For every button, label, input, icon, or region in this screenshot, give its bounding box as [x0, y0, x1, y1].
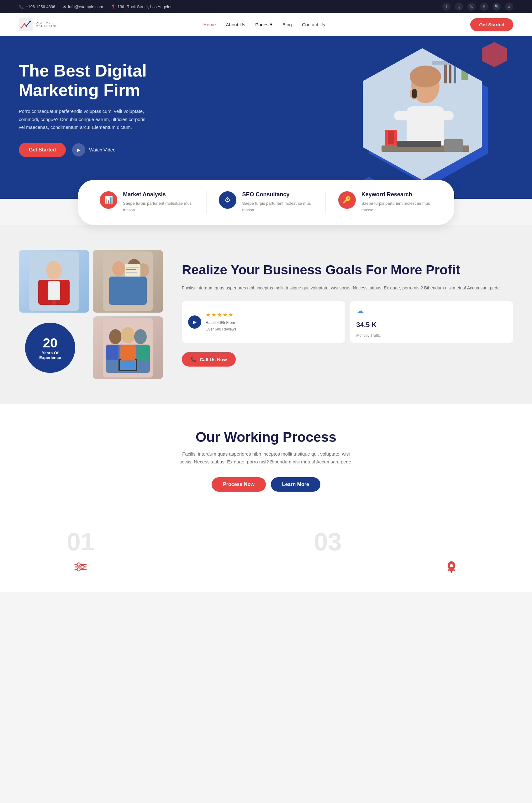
process-step-1: 01: [49, 529, 112, 579]
step-3-num: 03: [297, 529, 359, 554]
step-2-icon: [195, 557, 213, 576]
phone-icon: 📞: [19, 4, 24, 9]
keyword-desc: Saepe turpis parturient molestiae mus ma…: [361, 200, 432, 213]
top-bar: 📞 +196 1256 4896 ✉ info@example.com 📍 13…: [0, 0, 532, 13]
nav-links: Home About Us Pages ▾ Blog Contact Us: [204, 22, 325, 27]
learn-more-button[interactable]: Learn More: [271, 477, 320, 492]
nav-contact[interactable]: Contact Us: [302, 22, 325, 27]
facebook-icon[interactable]: f: [442, 2, 451, 11]
goals-image-2: [93, 250, 163, 312]
svg-rect-11: [449, 64, 452, 83]
hero-title: The Best Digital Marketing Firm: [19, 61, 182, 100]
call-now-button[interactable]: 📞 Call Us Now: [182, 352, 236, 366]
svg-point-4: [21, 27, 22, 28]
process-title: Our Working Process: [19, 429, 513, 445]
pinterest-icon[interactable]: P: [480, 2, 488, 11]
goals-title: Realize Your Business Goals For More Pro…: [182, 262, 513, 278]
hero-watch-video-button[interactable]: ▶ Watch Video: [72, 143, 115, 156]
group-office-svg: [103, 318, 153, 378]
market-analysis-desc: Saepe turpis parturient molestiae mus ma…: [123, 200, 194, 213]
hero-get-started-button[interactable]: Get Started: [19, 143, 66, 157]
service-item-market: 📊 Market Analysis Saepe turpis parturien…: [100, 191, 194, 213]
process-now-button[interactable]: Process Now: [212, 477, 266, 492]
svg-rect-0: [19, 18, 33, 31]
hex-accent-top: [482, 42, 507, 67]
reviews-label: Over 600 Reviews: [206, 326, 236, 333]
address-info: 📍 13th Rock Street, Los Angeles: [111, 4, 172, 9]
step-4-icon: [442, 557, 461, 576]
svg-point-6: [26, 25, 27, 27]
svg-point-46: [134, 329, 147, 344]
goals-images: 20 Years OfExperience: [19, 250, 163, 379]
goals-section: 20 Years OfExperience: [0, 225, 532, 404]
team-meeting-svg: [103, 251, 153, 311]
rated-label: Rated 4.9/5 From: [206, 320, 236, 326]
email-icon: ✉: [63, 4, 66, 9]
dropdown-arrow: ▾: [270, 22, 272, 27]
menu-icon[interactable]: ≡: [505, 2, 513, 11]
search-icon[interactable]: 🔍: [493, 2, 501, 11]
nav-blog[interactable]: Blog: [283, 22, 292, 27]
svg-rect-17: [394, 111, 411, 120]
experience-badge: 20 Years OfExperience: [25, 323, 75, 373]
svg-point-5: [24, 23, 25, 25]
svg-rect-49: [120, 360, 136, 370]
services-strip: 📊 Market Analysis Saepe turpis parturien…: [0, 180, 532, 225]
svg-rect-25: [388, 131, 394, 144]
svg-rect-10: [444, 64, 447, 83]
seo-title: SEO Consultancy: [242, 191, 313, 198]
email-info: ✉ info@example.com: [63, 4, 103, 9]
seo-icon: ⚙: [219, 191, 236, 209]
service-divider-1: [206, 191, 207, 213]
svg-point-27: [46, 261, 62, 280]
market-analysis-icon: 📊: [100, 191, 117, 209]
svg-point-56: [77, 563, 80, 566]
process-steps: 01 02 03 04: [0, 529, 532, 592]
map-icon: 📍: [111, 4, 116, 9]
play-icon: ▶: [72, 143, 85, 156]
person-tablet-svg: [29, 251, 79, 311]
svg-rect-22: [397, 141, 441, 147]
keyword-title: Keyword Research: [361, 191, 432, 198]
svg-point-7: [30, 21, 31, 22]
process-step-2: 02: [173, 529, 235, 579]
star-rating: ★★★★★: [206, 311, 236, 318]
cloud-icon: ☁: [357, 306, 364, 315]
play-button[interactable]: ▶: [188, 316, 201, 329]
instagram-icon[interactable]: ig: [455, 2, 463, 11]
services-card: 📊 Market Analysis Saepe turpis parturien…: [78, 180, 454, 225]
process-buttons: Process Now Learn More: [19, 477, 513, 492]
nav-about[interactable]: About Us: [226, 22, 245, 27]
svg-rect-52: [137, 345, 150, 360]
svg-point-45: [121, 327, 135, 343]
process-description: Facilisi interdum quas asperiores nibh i…: [175, 450, 357, 466]
goals-image-3: [93, 317, 163, 379]
email-address: info@example.com: [68, 4, 103, 9]
years-label: Years OfExperience: [36, 350, 64, 360]
hero-image: [363, 48, 507, 199]
hero-content: The Best Digital Marketing Firm Porro co…: [19, 61, 182, 157]
logo-icon: [19, 18, 33, 31]
phone-number: +196 1256 4896: [26, 4, 55, 9]
rating-info: ★★★★★ Rated 4.9/5 From Over 600 Reviews: [206, 311, 236, 333]
svg-rect-13: [461, 64, 468, 80]
twitter-icon[interactable]: 𝕏: [468, 2, 476, 11]
hero-section: The Best Digital Marketing Firm Porro co…: [0, 36, 532, 199]
service-item-seo: ⚙ SEO Consultancy Saepe turpis parturien…: [219, 191, 313, 213]
nav-cta-button[interactable]: Get Started: [470, 18, 513, 31]
top-bar-contact: 📞 +196 1256 4896 ✉ info@example.com 📍 13…: [19, 4, 172, 9]
nav-home[interactable]: Home: [204, 22, 216, 27]
market-analysis-text: Market Analysis Saepe turpis parturient …: [123, 191, 194, 213]
service-item-keyword: 🔑 Keyword Research Saepe turpis parturie…: [338, 191, 432, 213]
seo-desc: Saepe turpis parturient molestiae mus ma…: [242, 200, 313, 213]
service-divider-2: [325, 191, 326, 213]
social-links: f ig 𝕏 P 🔍 ≡: [442, 2, 513, 11]
svg-rect-39: [125, 264, 140, 276]
step-3-icon: [319, 557, 337, 576]
svg-rect-18: [436, 111, 454, 120]
nav-pages[interactable]: Pages ▾: [255, 22, 272, 27]
keyword-text: Keyword Research Saepe turpis parturient…: [361, 191, 432, 213]
goals-description: Facilisi interdum quas asperiores nibh i…: [182, 284, 513, 292]
phone-icon-btn: 📞: [191, 357, 196, 362]
svg-rect-51: [106, 345, 118, 360]
